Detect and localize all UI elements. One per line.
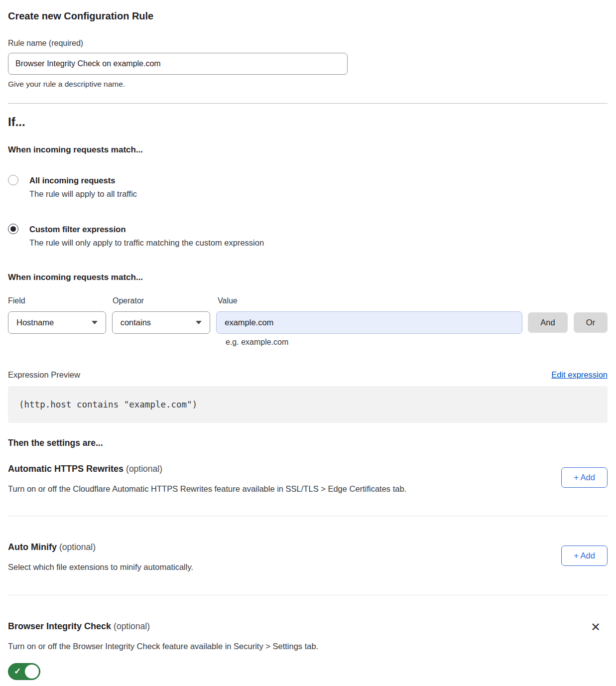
builder-heading: When incoming requests match...: [8, 272, 608, 283]
operator-column-label: Operator: [113, 295, 218, 306]
value-column-label: Value: [218, 295, 238, 306]
setting-name: Auto Minify: [8, 542, 57, 552]
radio-dot: [10, 226, 16, 232]
or-button[interactable]: Or: [574, 312, 608, 333]
value-helper: e.g. example.com: [226, 337, 608, 347]
create-configuration-rule-form: Create new Configuration Rule Rule name …: [0, 0, 616, 686]
check-icon: ✓: [14, 666, 21, 677]
setting-divider: [8, 516, 608, 516]
setting-optional-tag: (optional): [59, 542, 96, 552]
radio-option-custom-filter[interactable]: Custom filter expression The rule will o…: [8, 223, 608, 250]
if-heading: If...: [8, 114, 608, 130]
setting-automatic-https-rewrites: Automatic HTTPS Rewrites (optional) Turn…: [8, 463, 608, 516]
field-column-label: Field: [8, 295, 113, 306]
and-button[interactable]: And: [528, 312, 567, 333]
expression-builder-row: Hostname contains And Or: [8, 311, 608, 334]
field-select-value: Hostname: [16, 318, 54, 327]
setting-browser-integrity-check: Browser Integrity Check (optional) Turn …: [8, 620, 608, 680]
value-input[interactable]: [216, 311, 522, 334]
setting-divider: [8, 595, 608, 595]
setting-optional-tag: (optional): [126, 464, 162, 474]
field-select[interactable]: Hostname: [8, 311, 106, 334]
setting-name: Automatic HTTPS Rewrites: [8, 464, 123, 474]
setting-optional-tag: (optional): [114, 621, 150, 631]
edit-expression-link[interactable]: Edit expression: [551, 369, 608, 380]
radio-all-incoming-control[interactable]: [8, 175, 18, 185]
setting-name: Browser Integrity Check: [8, 621, 111, 631]
toggle-knob[interactable]: [25, 665, 39, 679]
radio-custom-filter-desc: The rule will only apply to traffic matc…: [29, 236, 264, 250]
browser-integrity-check-toggle[interactable]: ✓: [8, 663, 40, 680]
setting-title: Auto Minify (optional): [8, 541, 193, 553]
page-title: Create new Configuration Rule: [8, 9, 608, 23]
chevron-down-icon: [196, 321, 202, 324]
rule-name-input[interactable]: [8, 53, 348, 75]
radio-custom-filter-control[interactable]: [8, 224, 18, 234]
expression-preview-code: (http.host contains "example.com"): [8, 386, 608, 423]
section-divider: [8, 103, 608, 104]
expression-preview-label: Expression Preview: [8, 369, 80, 380]
setting-title: Automatic HTTPS Rewrites (optional): [8, 463, 406, 475]
radio-all-incoming-desc: The rule will apply to all traffic: [29, 187, 137, 201]
setting-title: Browser Integrity Check (optional): [8, 620, 318, 632]
expression-code-text: (http.host contains "example.com"): [19, 400, 197, 410]
close-icon[interactable]: ✕: [591, 621, 601, 633]
add-automatic-https-rewrites-button[interactable]: + Add: [561, 467, 608, 488]
setting-description: Turn on or off the Cloudflare Automatic …: [8, 483, 406, 495]
builder-column-labels: Field Operator Value: [8, 295, 608, 306]
add-auto-minify-button[interactable]: + Add: [561, 546, 608, 566]
radio-custom-filter-label: Custom filter expression: [29, 223, 264, 236]
setting-auto-minify: Auto Minify (optional) Select which file…: [8, 541, 608, 595]
expression-preview-header: Expression Preview Edit expression: [8, 369, 608, 380]
operator-select[interactable]: contains: [112, 311, 211, 334]
radio-all-incoming-label: All incoming requests: [29, 174, 137, 187]
rule-name-helper: Give your rule a descriptive name.: [8, 79, 608, 89]
match-heading: When incoming requests match...: [8, 144, 608, 156]
rule-name-label: Rule name (required): [8, 38, 608, 49]
setting-description: Select which file extensions to minify a…: [8, 561, 193, 573]
operator-select-value: contains: [121, 318, 151, 327]
radio-option-all-incoming[interactable]: All incoming requests The rule will appl…: [8, 174, 608, 201]
chevron-down-icon: [92, 321, 98, 324]
setting-description: Turn on or off the Browser Integrity Che…: [8, 640, 318, 652]
then-heading: Then the settings are...: [8, 437, 608, 449]
